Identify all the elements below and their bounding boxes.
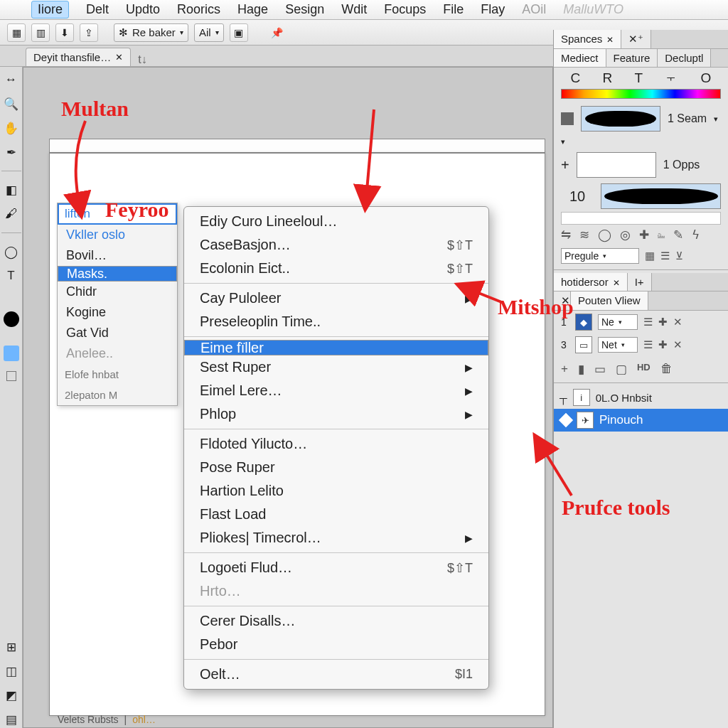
misc-tool-icon[interactable]: ◫ <box>3 663 20 680</box>
foreground-swatch[interactable] <box>4 311 19 327</box>
brush-icon[interactable] <box>561 112 574 125</box>
tab-pouten-view[interactable]: Pouten Vliew <box>571 291 648 310</box>
pregule-dropdown[interactable]: Pregule▾ <box>561 248 639 264</box>
target-icon[interactable]: ◎ <box>620 228 631 242</box>
crt-y[interactable]: ⫟ <box>665 70 678 86</box>
close-icon[interactable]: ✕ <box>115 52 123 63</box>
shuffle-icon[interactable]: ✕ <box>673 338 682 351</box>
status-link[interactable]: ohl… <box>132 714 156 725</box>
tab-decluptl[interactable]: Decluptl <box>658 49 711 67</box>
menu-item[interactable]: CaseBasjon…$⇧T <box>184 233 488 257</box>
tab-spances[interactable]: Spances✕ <box>554 30 621 48</box>
menu-roorics[interactable]: Roorics <box>177 2 220 17</box>
layer-thumb[interactable]: i <box>573 389 590 406</box>
toolbar-grid-icon[interactable]: ▦ <box>7 23 26 42</box>
layer-row-selected[interactable]: ✈ Pinouch <box>554 409 728 432</box>
sidebar-dropdown-header[interactable]: liften <box>58 203 177 225</box>
move-tool-icon[interactable]: ↔ <box>3 71 20 88</box>
menu-item[interactable]: Fldoted Yilucto… <box>184 432 488 456</box>
expand-icon[interactable]: ┬ <box>560 392 567 404</box>
ne-dropdown[interactable]: Ne▾ <box>598 314 638 330</box>
rect-icon[interactable]: ▭ <box>594 362 606 377</box>
add-icon[interactable]: + <box>561 157 569 173</box>
tab-feature[interactable]: Feature <box>606 49 658 67</box>
menu-item[interactable]: Ediy Curo Lineeloul… <box>184 210 488 233</box>
shape-tool-icon[interactable]: ◯ <box>3 243 20 260</box>
grid-icon[interactable]: ▦ <box>645 250 655 262</box>
pen-tool-icon[interactable]: ✒ <box>3 144 20 161</box>
flip-icon[interactable]: ⇋ <box>561 228 571 242</box>
menu-focups[interactable]: Focups <box>384 2 426 17</box>
toolbar-pin-icon[interactable]: 📌 <box>268 23 287 42</box>
eraser-tool-icon[interactable]: ◧ <box>3 181 20 198</box>
misc-tool-icon[interactable]: ⊞ <box>3 638 20 655</box>
brush-preview-2[interactable] <box>577 152 656 178</box>
brush-slider[interactable] <box>561 212 721 225</box>
wave-icon[interactable]: ≋ <box>579 228 589 242</box>
align-icon[interactable]: ☰ <box>660 250 670 262</box>
plus-icon[interactable]: ✚ <box>658 338 668 351</box>
close-icon[interactable]: ✕ <box>606 35 614 45</box>
layer-icon[interactable]: ◆ <box>575 314 592 331</box>
misc-tool-icon[interactable]: ▤ <box>3 711 20 728</box>
crt-r[interactable]: R <box>603 70 613 86</box>
menu-item-selected[interactable]: Eime fïller <box>184 340 488 355</box>
menu-item[interactable]: Pose Ruper <box>184 456 488 479</box>
menu-item[interactable]: Pliokes| Timecrol…▶ <box>184 526 488 550</box>
sublist-item[interactable]: Gat Vid <box>58 323 177 343</box>
trash-icon[interactable]: 🗑 <box>660 362 673 377</box>
menu-item[interactable]: Eimel Lere…▶ <box>184 379 488 402</box>
list-icon[interactable]: ☰ <box>643 338 653 351</box>
spectrum-gradient[interactable] <box>561 89 721 99</box>
lightning-icon[interactable]: ϟ <box>692 228 700 242</box>
menu-item[interactable]: Logoeti Flud…$⇧T <box>184 556 488 579</box>
menu-item[interactable]: Phlop▶ <box>184 402 488 426</box>
layer-icon[interactable]: ▭ <box>575 336 592 353</box>
crt-o[interactable]: O <box>701 70 712 86</box>
toolbar-share-icon[interactable]: ⇪ <box>80 23 98 42</box>
menu-delt[interactable]: Delt <box>86 2 109 17</box>
sublist-item[interactable]: Chidr <box>58 282 177 302</box>
tab-hotidersor[interactable]: hotidersor✕ <box>554 273 628 291</box>
background-swatch[interactable] <box>4 346 19 361</box>
list-icon[interactable]: ☰ <box>643 316 653 328</box>
menu-file[interactable]: File <box>443 2 464 17</box>
menu-wdit[interactable]: Wdit <box>341 2 367 17</box>
screen-icon[interactable]: ▢ <box>616 362 627 377</box>
menu-item[interactable]: Preseleoplin Time.. <box>184 310 488 333</box>
sublist-item[interactable]: Vkller oslo <box>58 225 177 245</box>
hand-tool-icon[interactable]: ✋ <box>3 119 20 136</box>
tab-close[interactable]: ✕ <box>554 291 571 310</box>
net-dropdown[interactable]: Net▾ <box>598 337 638 353</box>
underline-icon[interactable]: ⎁ <box>658 228 665 242</box>
toolbar-layout-icon[interactable]: ▣ <box>230 23 248 42</box>
toolbar-download-icon[interactable]: ⬇ <box>55 23 74 42</box>
sublist-item[interactable]: Kogine <box>58 302 177 323</box>
toolbar-columns-icon[interactable]: ▥ <box>31 23 50 42</box>
menu-updto[interactable]: Updto <box>126 2 160 17</box>
add-icon[interactable]: + <box>561 362 568 377</box>
tab-iplus[interactable]: I+ <box>628 273 652 291</box>
menu-iiore[interactable]: Iiore <box>31 1 69 18</box>
folder-icon[interactable]: ▮ <box>578 362 584 377</box>
menu-sesign[interactable]: Sesign <box>285 2 324 17</box>
brush-tool-icon[interactable]: 🖌 <box>3 205 20 223</box>
sublist-item[interactable]: Bovil… <box>58 245 177 266</box>
document-tab[interactable]: Deyit thansfile… ✕ <box>26 48 131 66</box>
menu-hage[interactable]: Hage <box>237 2 268 17</box>
menu-item[interactable]: Cerer Disalls… <box>184 609 488 633</box>
toolbar-rebaker-dropdown[interactable]: ✻Re baker▾ <box>114 23 188 42</box>
circle-icon[interactable]: ◯ <box>598 228 611 242</box>
swap-swatch-icon[interactable] <box>6 371 16 381</box>
crt-c[interactable]: C <box>571 70 581 86</box>
chevron-down-icon[interactable]: ▾ <box>561 137 565 146</box>
brush-preview-3[interactable] <box>601 183 721 209</box>
tag-icon[interactable]: ⊻ <box>675 250 683 262</box>
plus-icon[interactable]: ✚ <box>639 228 649 242</box>
menu-item[interactable]: Oelt…$I1 <box>184 663 488 686</box>
tab-mediect[interactable]: Mediect <box>554 49 606 67</box>
plus-icon[interactable]: ✚ <box>658 316 668 328</box>
chevron-down-icon[interactable]: ▾ <box>714 114 718 124</box>
menu-item[interactable]: Cay Puloleer▶ <box>184 287 488 310</box>
menu-item[interactable]: Flast Load <box>184 503 488 526</box>
